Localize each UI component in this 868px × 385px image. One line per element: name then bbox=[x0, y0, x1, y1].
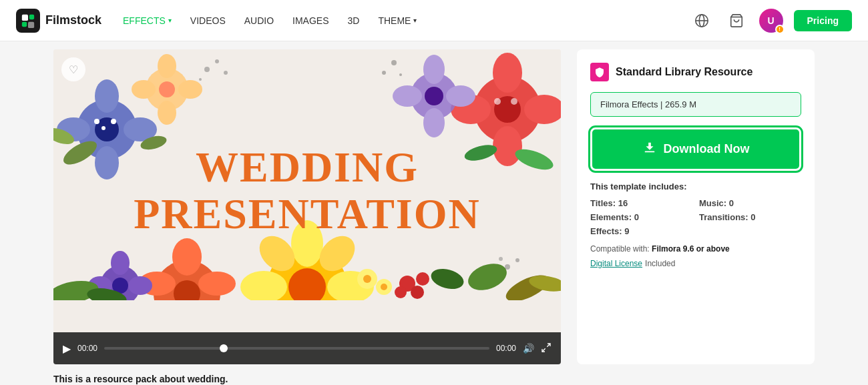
svg-point-43 bbox=[446, 85, 475, 107]
svg-line-85 bbox=[547, 344, 550, 347]
avatar[interactable]: U ! bbox=[759, 9, 783, 33]
nav-theme[interactable]: THEME ▾ bbox=[378, 15, 417, 26]
description-text: This is a resource pack about wedding. bbox=[53, 374, 815, 384]
svg-point-16 bbox=[101, 126, 105, 130]
elements-item: Elements: 0 bbox=[590, 212, 692, 222]
svg-point-84 bbox=[499, 257, 503, 261]
svg-point-20 bbox=[158, 101, 176, 125]
svg-point-21 bbox=[132, 80, 156, 99]
svg-rect-2 bbox=[22, 21, 27, 26]
avatar-badge: ! bbox=[775, 25, 785, 34]
main-content: ♡ WEDDING PRESENTATION ▶ 00:00 00:00 🔊 bbox=[0, 41, 868, 384]
license-row: Digital License Included bbox=[590, 259, 801, 268]
svg-point-14 bbox=[94, 119, 99, 124]
heart-button[interactable]: ♡ bbox=[61, 57, 85, 81]
video-controls: ▶ 00:00 00:00 🔊 bbox=[53, 332, 561, 364]
sidebar-panel: Standard Library Resource Filmora Effect… bbox=[577, 49, 815, 364]
svg-point-19 bbox=[158, 54, 176, 78]
svg-point-46 bbox=[391, 60, 397, 65]
svg-point-41 bbox=[423, 108, 445, 137]
svg-point-15 bbox=[111, 119, 116, 124]
nav-videos[interactable]: VIDEOS bbox=[190, 15, 226, 26]
download-icon bbox=[642, 140, 657, 158]
compatible-row: Compatible with: Filmora 9.6 or above bbox=[590, 244, 801, 254]
svg-point-26 bbox=[204, 67, 210, 72]
svg-point-42 bbox=[393, 85, 422, 107]
svg-rect-3 bbox=[28, 21, 34, 27]
svg-point-69 bbox=[411, 286, 424, 299]
chevron-down-icon: ▾ bbox=[168, 17, 172, 24]
resource-title: Standard Library Resource bbox=[616, 66, 752, 78]
svg-point-59 bbox=[172, 238, 202, 276]
svg-point-66 bbox=[128, 276, 152, 295]
video-title: WEDDING PRESENTATION bbox=[134, 144, 481, 238]
svg-point-39 bbox=[425, 87, 443, 105]
cart-icon[interactable] bbox=[724, 9, 748, 33]
navbar: Filmstock EFFECTS ▾ VIDEOS AUDIO IMAGES … bbox=[0, 0, 868, 41]
shield-icon bbox=[590, 63, 609, 81]
nav-images[interactable]: IMAGES bbox=[292, 15, 329, 26]
svg-rect-0 bbox=[22, 14, 28, 20]
music-item: Music: 0 bbox=[699, 198, 801, 208]
time-end: 00:00 bbox=[496, 344, 516, 353]
includes-grid: Titles: 16 Music: 0 Elements: 0 Transiti… bbox=[590, 198, 801, 236]
svg-point-37 bbox=[511, 98, 517, 105]
svg-rect-1 bbox=[29, 14, 34, 19]
time-start: 00:00 bbox=[77, 344, 97, 353]
nav-effects[interactable]: EFFECTS ▾ bbox=[123, 15, 172, 26]
svg-point-68 bbox=[416, 272, 429, 286]
svg-point-27 bbox=[215, 59, 219, 63]
pricing-button[interactable]: Pricing bbox=[794, 10, 852, 31]
video-container: ♡ WEDDING PRESENTATION ▶ 00:00 00:00 🔊 bbox=[53, 49, 561, 364]
svg-point-83 bbox=[515, 258, 519, 262]
svg-point-77 bbox=[381, 284, 387, 290]
nav-right: U ! Pricing bbox=[690, 9, 852, 33]
svg-point-64 bbox=[111, 251, 130, 275]
titles-item: Titles: 16 bbox=[590, 198, 692, 208]
svg-point-10 bbox=[95, 79, 119, 113]
svg-point-18 bbox=[159, 81, 175, 97]
svg-point-32 bbox=[493, 53, 522, 93]
svg-point-33 bbox=[493, 126, 522, 166]
nav-links: EFFECTS ▾ VIDEOS AUDIO IMAGES 3D THEME ▾ bbox=[123, 15, 690, 26]
logo-icon bbox=[16, 9, 40, 33]
volume-icon[interactable]: 🔊 bbox=[523, 343, 534, 354]
play-button[interactable]: ▶ bbox=[63, 342, 71, 355]
chevron-down-icon: ▾ bbox=[413, 17, 417, 24]
nav-audio[interactable]: AUDIO bbox=[244, 15, 274, 26]
includes-title: This template includes: bbox=[590, 181, 801, 191]
svg-point-70 bbox=[395, 286, 407, 298]
progress-bar[interactable] bbox=[104, 347, 489, 350]
svg-point-11 bbox=[95, 146, 119, 179]
svg-point-28 bbox=[224, 71, 228, 75]
svg-line-86 bbox=[542, 348, 546, 352]
transitions-item: Transitions: 0 bbox=[699, 212, 801, 222]
svg-point-48 bbox=[399, 73, 402, 76]
globe-icon[interactable] bbox=[690, 9, 714, 33]
svg-point-40 bbox=[423, 55, 445, 84]
progress-dot bbox=[220, 344, 228, 352]
svg-rect-87 bbox=[644, 151, 654, 153]
svg-point-47 bbox=[382, 71, 386, 75]
svg-point-75 bbox=[363, 275, 371, 283]
svg-point-29 bbox=[199, 78, 202, 81]
svg-point-61 bbox=[198, 272, 236, 296]
digital-license-link[interactable]: Digital License bbox=[590, 259, 642, 268]
resource-header: Standard Library Resource bbox=[590, 63, 801, 81]
content-row: ♡ WEDDING PRESENTATION ▶ 00:00 00:00 🔊 bbox=[53, 49, 815, 364]
video-frame: ♡ WEDDING PRESENTATION bbox=[53, 49, 561, 332]
effects-item: Effects: 9 bbox=[590, 226, 692, 236]
file-tag: Filmora Effects | 265.9 M bbox=[590, 92, 801, 117]
svg-point-22 bbox=[178, 80, 202, 99]
svg-point-82 bbox=[505, 264, 510, 270]
svg-point-73 bbox=[429, 266, 466, 292]
svg-point-36 bbox=[494, 98, 501, 105]
logo-text: Filmstock bbox=[45, 13, 101, 27]
fullscreen-icon[interactable] bbox=[541, 342, 552, 355]
nav-3d[interactable]: 3D bbox=[348, 15, 360, 26]
svg-point-72 bbox=[465, 259, 511, 295]
logo[interactable]: Filmstock bbox=[16, 9, 101, 33]
download-button[interactable]: Download Now bbox=[590, 127, 801, 171]
